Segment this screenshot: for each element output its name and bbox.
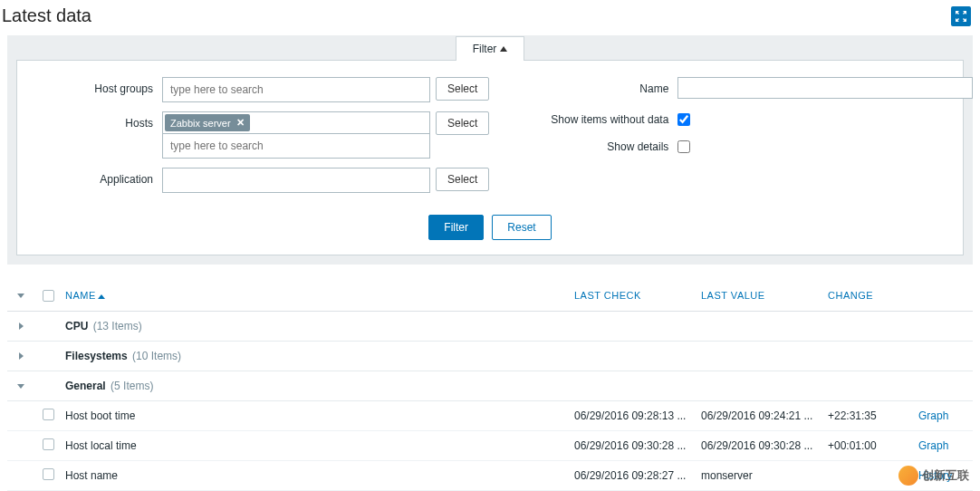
hosts-input[interactable]: Zabbix server ✕ <box>162 111 430 134</box>
show-without-data-label: Show items without data <box>525 108 677 126</box>
collapse-toggle[interactable] <box>7 380 34 392</box>
group-row-cpu: CPU (13 Items) <box>7 312 973 342</box>
graph-link[interactable]: Graph <box>918 409 948 422</box>
watermark: 创新互联 <box>898 466 969 486</box>
item-change: +22:31:35 <box>828 409 918 422</box>
fullscreen-button[interactable] <box>951 6 971 26</box>
application-field[interactable] <box>165 170 428 190</box>
graph-link[interactable]: Graph <box>918 439 948 452</box>
item-last-value: 06/29/2016 09:30:28 ... <box>701 439 828 452</box>
watermark-logo-icon <box>898 466 918 486</box>
show-details-checkbox[interactable] <box>677 140 690 153</box>
item-name: Host local time <box>62 439 574 452</box>
column-change-header[interactable]: CHANGE <box>828 290 918 303</box>
reset-button[interactable]: Reset <box>492 215 551 240</box>
hosts-search[interactable] <box>165 136 428 156</box>
application-select-button[interactable]: Select <box>436 168 489 191</box>
name-label: Name <box>525 77 677 95</box>
hosts-selected-tag[interactable]: Zabbix server ✕ <box>165 114 250 131</box>
remove-host-icon[interactable]: ✕ <box>236 117 245 129</box>
hosts-search-wrap[interactable] <box>162 134 430 159</box>
application-input[interactable] <box>162 168 430 193</box>
chevron-up-icon <box>500 46 507 52</box>
item-last-value: monserver <box>701 469 828 482</box>
row-checkbox[interactable] <box>43 409 54 420</box>
column-last-value-header[interactable]: LAST VALUE <box>701 290 828 303</box>
table-row: Host name 06/29/2016 09:28:27 ... monser… <box>7 461 973 491</box>
host-groups-input[interactable] <box>162 77 430 102</box>
filter-button[interactable]: Filter <box>428 215 484 240</box>
application-label: Application <box>35 168 162 186</box>
group-count: (13 Items) <box>93 320 142 332</box>
item-last-check: 06/29/2016 09:28:27 ... <box>574 469 701 482</box>
group-name: Filesystems <box>65 350 128 362</box>
hosts-selected-label: Zabbix server <box>170 118 231 129</box>
item-change: +00:01:00 <box>828 439 918 452</box>
watermark-text: 创新互联 <box>922 467 969 484</box>
column-last-check-header[interactable]: LAST CHECK <box>574 290 701 303</box>
select-all-checkbox[interactable] <box>43 290 54 302</box>
item-name: Host name <box>62 469 574 482</box>
host-groups-search[interactable] <box>165 80 428 100</box>
group-name: General <box>65 380 106 392</box>
row-checkbox[interactable] <box>43 438 54 450</box>
name-input[interactable] <box>677 77 973 99</box>
table-row: Host boot time 06/29/2016 09:28:13 ... 0… <box>7 401 973 431</box>
row-checkbox[interactable] <box>43 468 54 480</box>
filter-tab-label: Filter <box>473 43 497 55</box>
table-header: NAME LAST CHECK LAST VALUE CHANGE <box>7 283 973 312</box>
show-details-label: Show details <box>525 135 677 153</box>
show-without-data-checkbox[interactable] <box>677 113 690 126</box>
filter-toggle-tab[interactable]: Filter <box>456 36 525 61</box>
item-name: Host boot time <box>62 409 574 422</box>
group-count: (10 Items) <box>132 350 181 362</box>
item-last-value: 06/29/2016 09:24:21 ... <box>701 409 828 422</box>
item-last-check: 06/29/2016 09:28:13 ... <box>574 409 701 422</box>
host-groups-select-button[interactable]: Select <box>436 77 489 101</box>
column-name-header[interactable]: NAME <box>62 290 574 303</box>
hosts-select-button[interactable]: Select <box>436 111 489 135</box>
group-count: (5 Items) <box>110 380 153 392</box>
hosts-label: Hosts <box>35 111 162 130</box>
expand-all-header[interactable] <box>7 290 34 303</box>
sort-asc-icon <box>98 294 105 299</box>
table-row: Host local time 06/29/2016 09:30:28 ... … <box>7 431 973 461</box>
item-last-check: 06/29/2016 09:30:28 ... <box>574 439 701 452</box>
group-name: CPU <box>65 320 88 332</box>
fullscreen-icon <box>956 11 966 22</box>
group-row-filesystems: Filesystems (10 Items) <box>7 342 973 371</box>
expand-toggle[interactable] <box>7 320 34 332</box>
expand-toggle[interactable] <box>7 350 34 362</box>
page-title: Latest data <box>2 5 91 26</box>
host-groups-label: Host groups <box>35 77 162 95</box>
group-row-general: General (5 Items) <box>7 371 973 401</box>
